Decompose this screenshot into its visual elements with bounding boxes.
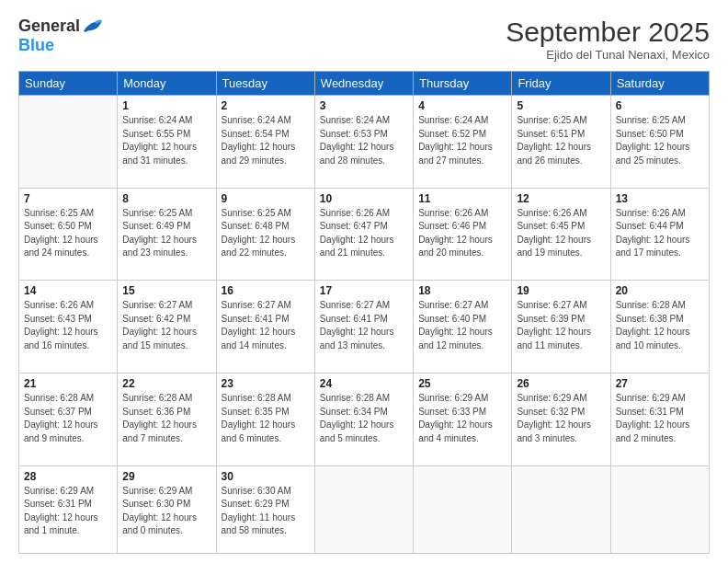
day-info: Sunrise: 6:29 AMSunset: 6:30 PMDaylight:… xyxy=(122,485,210,538)
day-number: 16 xyxy=(222,284,310,297)
day-number: 12 xyxy=(517,192,605,205)
day-info: Sunrise: 6:26 AMSunset: 6:45 PMDaylight:… xyxy=(517,207,605,260)
day-info: Sunrise: 6:24 AMSunset: 6:54 PMDaylight:… xyxy=(222,114,310,167)
day-info: Sunrise: 6:24 AMSunset: 6:55 PMDaylight:… xyxy=(122,114,210,167)
calendar-cell: 30Sunrise: 6:30 AMSunset: 6:29 PMDayligh… xyxy=(216,465,314,553)
day-number: 17 xyxy=(320,284,408,297)
calendar-header-thursday: Thursday xyxy=(414,72,512,96)
day-info: Sunrise: 6:25 AMSunset: 6:49 PMDaylight:… xyxy=(122,207,210,260)
week-row-0: 1Sunrise: 6:24 AMSunset: 6:55 PMDaylight… xyxy=(19,96,710,189)
calendar-cell: 6Sunrise: 6:25 AMSunset: 6:50 PMDaylight… xyxy=(610,96,709,189)
day-info: Sunrise: 6:30 AMSunset: 6:29 PMDaylight:… xyxy=(222,485,310,538)
day-info: Sunrise: 6:27 AMSunset: 6:42 PMDaylight:… xyxy=(122,299,210,352)
calendar: SundayMondayTuesdayWednesdayThursdayFrid… xyxy=(18,71,710,554)
day-number: 21 xyxy=(24,377,112,390)
day-info: Sunrise: 6:27 AMSunset: 6:41 PMDaylight:… xyxy=(222,299,310,352)
week-row-1: 7Sunrise: 6:25 AMSunset: 6:50 PMDaylight… xyxy=(19,188,710,281)
calendar-header-monday: Monday xyxy=(118,72,216,96)
day-info: Sunrise: 6:29 AMSunset: 6:32 PMDaylight:… xyxy=(517,392,605,445)
location: Ejido del Tunal Nenaxi, Mexico xyxy=(506,48,710,62)
day-info: Sunrise: 6:26 AMSunset: 6:44 PMDaylight:… xyxy=(616,207,704,260)
day-info: Sunrise: 6:27 AMSunset: 6:40 PMDaylight:… xyxy=(418,299,506,352)
calendar-cell: 25Sunrise: 6:29 AMSunset: 6:33 PMDayligh… xyxy=(414,373,512,466)
day-number: 25 xyxy=(418,377,506,390)
day-number: 18 xyxy=(418,284,506,297)
day-number: 10 xyxy=(320,192,408,205)
calendar-cell: 28Sunrise: 6:29 AMSunset: 6:31 PMDayligh… xyxy=(19,465,118,553)
calendar-cell: 22Sunrise: 6:28 AMSunset: 6:36 PMDayligh… xyxy=(118,373,216,466)
calendar-cell: 20Sunrise: 6:28 AMSunset: 6:38 PMDayligh… xyxy=(610,281,709,373)
day-number: 8 xyxy=(122,192,210,205)
day-number: 14 xyxy=(24,284,112,297)
calendar-cell: 11Sunrise: 6:26 AMSunset: 6:46 PMDayligh… xyxy=(414,188,512,281)
calendar-cell: 15Sunrise: 6:27 AMSunset: 6:42 PMDayligh… xyxy=(118,281,216,373)
day-number: 4 xyxy=(418,99,506,112)
day-number: 3 xyxy=(320,99,408,112)
calendar-cell: 4Sunrise: 6:24 AMSunset: 6:52 PMDaylight… xyxy=(414,96,512,189)
calendar-cell: 16Sunrise: 6:27 AMSunset: 6:41 PMDayligh… xyxy=(216,281,314,373)
calendar-cell: 18Sunrise: 6:27 AMSunset: 6:40 PMDayligh… xyxy=(414,281,512,373)
day-info: Sunrise: 6:27 AMSunset: 6:41 PMDaylight:… xyxy=(320,299,408,352)
calendar-cell: 21Sunrise: 6:28 AMSunset: 6:37 PMDayligh… xyxy=(19,373,118,466)
calendar-header-wednesday: Wednesday xyxy=(314,72,413,96)
day-number: 2 xyxy=(222,99,310,112)
calendar-cell: 12Sunrise: 6:26 AMSunset: 6:45 PMDayligh… xyxy=(512,188,610,281)
day-info: Sunrise: 6:27 AMSunset: 6:39 PMDaylight:… xyxy=(517,299,605,352)
month-title: September 2025 xyxy=(506,17,710,48)
calendar-cell: 8Sunrise: 6:25 AMSunset: 6:49 PMDaylight… xyxy=(118,188,216,281)
calendar-header-saturday: Saturday xyxy=(610,72,709,96)
day-number: 7 xyxy=(24,192,112,205)
day-info: Sunrise: 6:24 AMSunset: 6:53 PMDaylight:… xyxy=(320,114,408,167)
day-info: Sunrise: 6:26 AMSunset: 6:46 PMDaylight:… xyxy=(418,207,506,260)
day-number: 22 xyxy=(122,377,210,390)
day-number: 28 xyxy=(24,470,112,483)
calendar-cell: 17Sunrise: 6:27 AMSunset: 6:41 PMDayligh… xyxy=(314,281,413,373)
day-number: 29 xyxy=(122,470,210,483)
calendar-cell xyxy=(19,96,118,189)
day-number: 24 xyxy=(320,377,408,390)
day-number: 30 xyxy=(222,470,310,483)
week-row-4: 28Sunrise: 6:29 AMSunset: 6:31 PMDayligh… xyxy=(19,465,710,553)
day-info: Sunrise: 6:28 AMSunset: 6:37 PMDaylight:… xyxy=(24,392,112,445)
title-block: September 2025 Ejido del Tunal Nenaxi, M… xyxy=(506,17,710,62)
calendar-cell: 29Sunrise: 6:29 AMSunset: 6:30 PMDayligh… xyxy=(118,465,216,553)
calendar-cell xyxy=(512,465,610,553)
day-number: 15 xyxy=(122,284,210,297)
calendar-cell: 7Sunrise: 6:25 AMSunset: 6:50 PMDaylight… xyxy=(19,188,118,281)
calendar-header-row: SundayMondayTuesdayWednesdayThursdayFrid… xyxy=(19,72,710,96)
day-info: Sunrise: 6:26 AMSunset: 6:47 PMDaylight:… xyxy=(320,207,408,260)
calendar-cell: 24Sunrise: 6:28 AMSunset: 6:34 PMDayligh… xyxy=(314,373,413,466)
calendar-cell: 27Sunrise: 6:29 AMSunset: 6:31 PMDayligh… xyxy=(610,373,709,466)
calendar-header-friday: Friday xyxy=(512,72,610,96)
day-number: 1 xyxy=(122,99,210,112)
calendar-cell: 10Sunrise: 6:26 AMSunset: 6:47 PMDayligh… xyxy=(314,188,413,281)
day-info: Sunrise: 6:29 AMSunset: 6:31 PMDaylight:… xyxy=(616,392,704,445)
calendar-cell: 13Sunrise: 6:26 AMSunset: 6:44 PMDayligh… xyxy=(610,188,709,281)
calendar-cell: 19Sunrise: 6:27 AMSunset: 6:39 PMDayligh… xyxy=(512,281,610,373)
calendar-cell xyxy=(314,465,413,553)
day-info: Sunrise: 6:28 AMSunset: 6:38 PMDaylight:… xyxy=(616,299,704,352)
day-number: 6 xyxy=(616,99,704,112)
day-number: 26 xyxy=(517,377,605,390)
day-number: 9 xyxy=(222,192,310,205)
calendar-cell: 2Sunrise: 6:24 AMSunset: 6:54 PMDaylight… xyxy=(216,96,314,189)
day-info: Sunrise: 6:28 AMSunset: 6:35 PMDaylight:… xyxy=(222,392,310,445)
page: General Blue September 2025 Ejido del Tu… xyxy=(0,0,728,563)
day-number: 5 xyxy=(517,99,605,112)
day-number: 19 xyxy=(517,284,605,297)
logo-general-text: General xyxy=(18,17,80,36)
day-info: Sunrise: 6:25 AMSunset: 6:48 PMDaylight:… xyxy=(222,207,310,260)
calendar-cell: 14Sunrise: 6:26 AMSunset: 6:43 PMDayligh… xyxy=(19,281,118,373)
day-number: 11 xyxy=(418,192,506,205)
day-info: Sunrise: 6:29 AMSunset: 6:31 PMDaylight:… xyxy=(24,485,112,538)
logo-bird-icon xyxy=(82,18,102,35)
day-info: Sunrise: 6:29 AMSunset: 6:33 PMDaylight:… xyxy=(418,392,506,445)
header: General Blue September 2025 Ejido del Tu… xyxy=(18,17,710,62)
calendar-cell: 23Sunrise: 6:28 AMSunset: 6:35 PMDayligh… xyxy=(216,373,314,466)
day-info: Sunrise: 6:25 AMSunset: 6:51 PMDaylight:… xyxy=(517,114,605,167)
calendar-cell: 1Sunrise: 6:24 AMSunset: 6:55 PMDaylight… xyxy=(118,96,216,189)
calendar-cell xyxy=(610,465,709,553)
day-info: Sunrise: 6:24 AMSunset: 6:52 PMDaylight:… xyxy=(418,114,506,167)
calendar-header-tuesday: Tuesday xyxy=(216,72,314,96)
calendar-cell xyxy=(414,465,512,553)
